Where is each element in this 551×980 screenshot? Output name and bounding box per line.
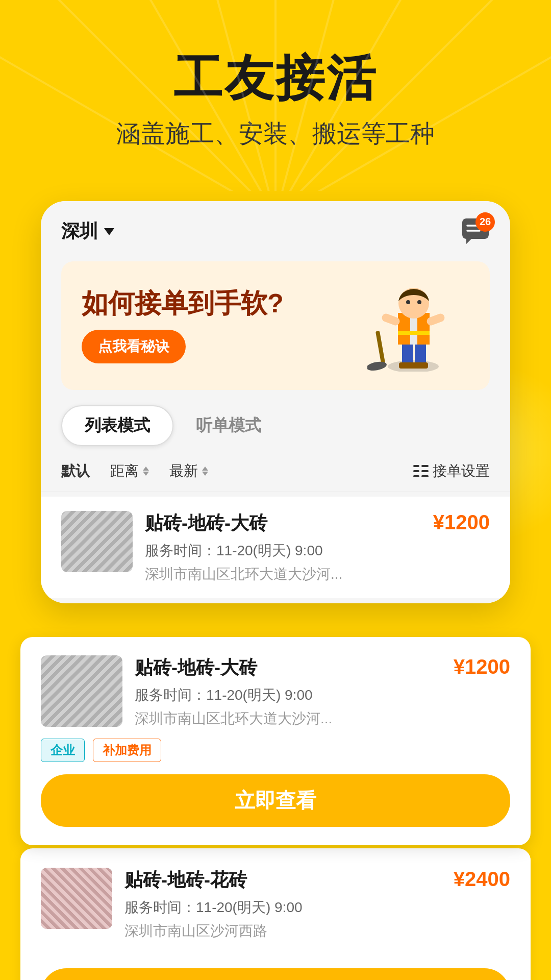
flower-tile-texture (41, 868, 112, 929)
filter-distance[interactable]: 距离 (110, 461, 149, 481)
worker-illustration (367, 280, 469, 372)
job-location-expanded: 深圳市南山区北环大道大沙河... (135, 709, 441, 728)
job-title-expanded: 贴砖-地砖-大砖 (135, 655, 441, 680)
message-button[interactable]: 26 (461, 217, 490, 246)
svg-rect-8 (412, 362, 428, 369)
job-location-1: 深圳市南山区北环大道大沙河... (145, 565, 421, 584)
job-card-expanded: 贴砖-地砖-大砖 服务时间：11-20(明天) 9:00 深圳市南山区北环大道大… (20, 637, 531, 845)
hero-title: 工友接活 (20, 51, 531, 105)
job-info-1: 贴砖-地砖-大砖 服务时间：11-20(明天) 9:00 深圳市南山区北环大道大… (145, 511, 421, 584)
tile-texture-expanded (41, 655, 122, 727)
job-time-1: 服务时间：11-20(明天) 9:00 (145, 541, 421, 560)
filter-bar: 默认 距离 最新 (41, 456, 510, 492)
message-badge: 26 (475, 212, 495, 232)
filter-settings[interactable]: 接单设置 (413, 461, 490, 481)
svg-point-14 (406, 300, 410, 304)
svg-rect-23 (421, 465, 429, 467)
job-title-3: 贴砖-地砖-花砖 (124, 868, 441, 893)
tags-row: 企业 补加费用 (41, 739, 510, 762)
job-image-expanded (41, 655, 122, 727)
job-time-3: 服务时间：11-20(明天) 9:00 (124, 898, 441, 917)
city-label: 深圳 (61, 219, 98, 244)
svg-rect-12 (398, 331, 430, 335)
job-image-1 (61, 511, 133, 572)
job-card-1[interactable]: 贴砖-地砖-大砖 服务时间：11-20(明天) 9:00 深圳市南山区北环大道大… (41, 497, 510, 598)
filter-newest[interactable]: 最新 (169, 461, 208, 481)
hero-subtitle: 涵盖施工、安装、搬运等工种 (20, 117, 531, 150)
svg-rect-18 (375, 330, 386, 366)
tag-extra: 补加费用 (93, 739, 161, 762)
banner[interactable]: 如何接单到手软? 点我看秘诀 (61, 261, 490, 390)
svg-rect-25 (421, 475, 429, 477)
job-price-1: ¥1200 (433, 511, 490, 534)
tag-enterprise: 企业 (41, 739, 85, 762)
job-location-3: 深圳市南山区沙河西路 (124, 921, 441, 941)
job-title-1: 贴砖-地砖-大砖 (145, 511, 421, 536)
svg-point-15 (417, 300, 421, 304)
city-selector[interactable]: 深圳 (61, 219, 114, 244)
card-3-action-area: 立即查看 (20, 960, 531, 980)
hero-section: 工友接活 涵盖施工、安装、搬运等工种 (0, 0, 551, 191)
job-info-3: 贴砖-地砖-花砖 服务时间：11-20(明天) 9:00 深圳市南山区沙河西路 (124, 868, 441, 941)
filter-settings-label: 接单设置 (433, 461, 490, 481)
worker-svg (367, 280, 459, 372)
sort-arrow-distance (143, 467, 149, 476)
svg-rect-11 (417, 313, 430, 345)
svg-rect-21 (413, 470, 419, 472)
job-image-3 (41, 868, 112, 929)
tile-texture-1 (61, 511, 133, 572)
app-card: 深圳 26 如何接单到手软? 点我看秘诀 (41, 201, 510, 603)
job-info-expanded: 贴砖-地砖-大砖 服务时间：11-20(明天) 9:00 深圳市南山区北环大道大… (135, 655, 441, 728)
banner-button[interactable]: 点我看秘诀 (82, 330, 186, 363)
banner-content: 如何接单到手软? 点我看秘诀 (82, 287, 367, 363)
app-header: 深圳 26 (41, 201, 510, 256)
svg-rect-20 (413, 465, 419, 467)
svg-rect-10 (398, 313, 410, 345)
filter-default[interactable]: 默认 (61, 461, 90, 481)
svg-rect-24 (421, 470, 429, 472)
job-card-3[interactable]: 贴砖-地砖-花砖 服务时间：11-20(明天) 9:00 深圳市南山区沙河西路 … (20, 853, 531, 955)
tab-listen-mode[interactable]: 听单模式 (173, 406, 284, 445)
banner-title: 如何接单到手软? (82, 287, 367, 319)
chevron-down-icon (104, 228, 114, 235)
sort-arrow-newest (202, 467, 208, 476)
job-price-3: ¥2400 (454, 868, 510, 891)
svg-rect-22 (413, 475, 419, 477)
tab-list-mode[interactable]: 列表模式 (61, 405, 173, 446)
job-price-expanded: ¥1200 (454, 655, 510, 678)
view-now-button-expanded[interactable]: 立即查看 (41, 774, 510, 827)
job-time-expanded: 服务时间：11-20(明天) 9:00 (135, 685, 441, 705)
svg-marker-3 (466, 239, 471, 244)
expanded-header: 贴砖-地砖-大砖 服务时间：11-20(明天) 9:00 深圳市南山区北环大道大… (41, 655, 510, 728)
grid-icon (413, 465, 429, 477)
mode-tabs: 列表模式 听单模式 (41, 405, 510, 456)
svg-rect-16 (381, 312, 400, 326)
view-now-button-3[interactable]: 立即查看 (41, 968, 510, 980)
